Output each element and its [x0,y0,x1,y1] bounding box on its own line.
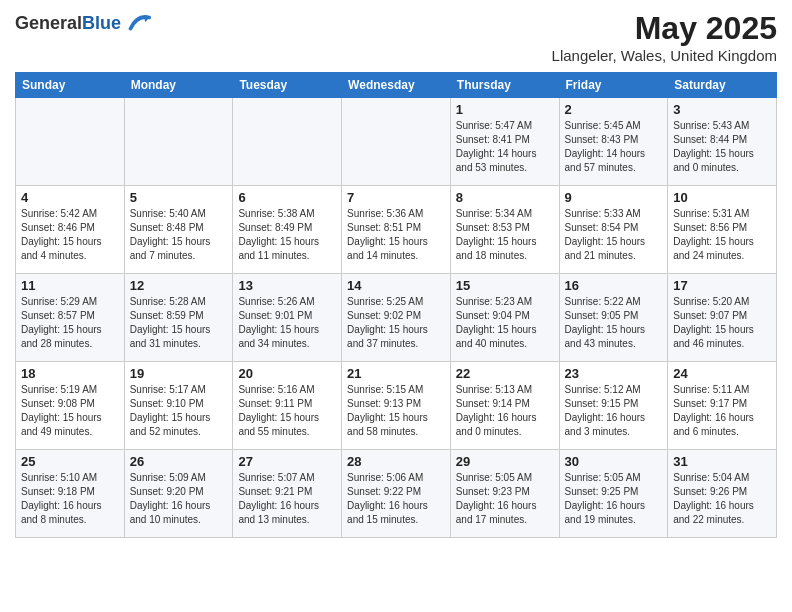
table-row [233,98,342,186]
calendar-week-3: 11Sunrise: 5:29 AM Sunset: 8:57 PM Dayli… [16,274,777,362]
calendar-header-row: Sunday Monday Tuesday Wednesday Thursday… [16,73,777,98]
table-row: 16Sunrise: 5:22 AM Sunset: 9:05 PM Dayli… [559,274,668,362]
table-row: 30Sunrise: 5:05 AM Sunset: 9:25 PM Dayli… [559,450,668,538]
table-row: 23Sunrise: 5:12 AM Sunset: 9:15 PM Dayli… [559,362,668,450]
table-row: 20Sunrise: 5:16 AM Sunset: 9:11 PM Dayli… [233,362,342,450]
day-number: 11 [21,278,119,293]
table-row: 2Sunrise: 5:45 AM Sunset: 8:43 PM Daylig… [559,98,668,186]
table-row: 8Sunrise: 5:34 AM Sunset: 8:53 PM Daylig… [450,186,559,274]
day-number: 26 [130,454,228,469]
table-row: 18Sunrise: 5:19 AM Sunset: 9:08 PM Dayli… [16,362,125,450]
col-sunday: Sunday [16,73,125,98]
calendar: Sunday Monday Tuesday Wednesday Thursday… [15,72,777,538]
day-info: Sunrise: 5:09 AM Sunset: 9:20 PM Dayligh… [130,471,228,527]
table-row: 29Sunrise: 5:05 AM Sunset: 9:23 PM Dayli… [450,450,559,538]
table-row: 1Sunrise: 5:47 AM Sunset: 8:41 PM Daylig… [450,98,559,186]
calendar-week-5: 25Sunrise: 5:10 AM Sunset: 9:18 PM Dayli… [16,450,777,538]
day-info: Sunrise: 5:20 AM Sunset: 9:07 PM Dayligh… [673,295,771,351]
col-tuesday: Tuesday [233,73,342,98]
table-row: 22Sunrise: 5:13 AM Sunset: 9:14 PM Dayli… [450,362,559,450]
day-info: Sunrise: 5:22 AM Sunset: 9:05 PM Dayligh… [565,295,663,351]
calendar-week-2: 4Sunrise: 5:42 AM Sunset: 8:46 PM Daylig… [16,186,777,274]
title-block: May 2025 Llangeler, Wales, United Kingdo… [552,10,777,64]
day-number: 9 [565,190,663,205]
table-row [342,98,451,186]
day-number: 1 [456,102,554,117]
col-saturday: Saturday [668,73,777,98]
table-row: 7Sunrise: 5:36 AM Sunset: 8:51 PM Daylig… [342,186,451,274]
table-row: 25Sunrise: 5:10 AM Sunset: 9:18 PM Dayli… [16,450,125,538]
table-row: 6Sunrise: 5:38 AM Sunset: 8:49 PM Daylig… [233,186,342,274]
day-info: Sunrise: 5:29 AM Sunset: 8:57 PM Dayligh… [21,295,119,351]
day-number: 18 [21,366,119,381]
day-number: 16 [565,278,663,293]
day-info: Sunrise: 5:40 AM Sunset: 8:48 PM Dayligh… [130,207,228,263]
day-info: Sunrise: 5:11 AM Sunset: 9:17 PM Dayligh… [673,383,771,439]
day-info: Sunrise: 5:45 AM Sunset: 8:43 PM Dayligh… [565,119,663,175]
table-row: 5Sunrise: 5:40 AM Sunset: 8:48 PM Daylig… [124,186,233,274]
day-number: 13 [238,278,336,293]
day-number: 6 [238,190,336,205]
day-info: Sunrise: 5:26 AM Sunset: 9:01 PM Dayligh… [238,295,336,351]
table-row: 15Sunrise: 5:23 AM Sunset: 9:04 PM Dayli… [450,274,559,362]
day-number: 5 [130,190,228,205]
day-info: Sunrise: 5:17 AM Sunset: 9:10 PM Dayligh… [130,383,228,439]
day-number: 27 [238,454,336,469]
table-row: 4Sunrise: 5:42 AM Sunset: 8:46 PM Daylig… [16,186,125,274]
table-row: 26Sunrise: 5:09 AM Sunset: 9:20 PM Dayli… [124,450,233,538]
day-info: Sunrise: 5:06 AM Sunset: 9:22 PM Dayligh… [347,471,445,527]
table-row: 21Sunrise: 5:15 AM Sunset: 9:13 PM Dayli… [342,362,451,450]
day-number: 21 [347,366,445,381]
logo: GeneralBlue [15,10,151,38]
day-info: Sunrise: 5:43 AM Sunset: 8:44 PM Dayligh… [673,119,771,175]
day-info: Sunrise: 5:05 AM Sunset: 9:23 PM Dayligh… [456,471,554,527]
day-number: 12 [130,278,228,293]
day-info: Sunrise: 5:28 AM Sunset: 8:59 PM Dayligh… [130,295,228,351]
logo-icon [123,10,151,38]
day-info: Sunrise: 5:31 AM Sunset: 8:56 PM Dayligh… [673,207,771,263]
day-number: 14 [347,278,445,293]
day-info: Sunrise: 5:33 AM Sunset: 8:54 PM Dayligh… [565,207,663,263]
col-thursday: Thursday [450,73,559,98]
day-number: 2 [565,102,663,117]
day-number: 25 [21,454,119,469]
table-row: 27Sunrise: 5:07 AM Sunset: 9:21 PM Dayli… [233,450,342,538]
table-row: 13Sunrise: 5:26 AM Sunset: 9:01 PM Dayli… [233,274,342,362]
logo-blue: Blue [82,13,121,33]
day-info: Sunrise: 5:19 AM Sunset: 9:08 PM Dayligh… [21,383,119,439]
logo-general: General [15,13,82,33]
day-info: Sunrise: 5:36 AM Sunset: 8:51 PM Dayligh… [347,207,445,263]
table-row: 11Sunrise: 5:29 AM Sunset: 8:57 PM Dayli… [16,274,125,362]
table-row: 10Sunrise: 5:31 AM Sunset: 8:56 PM Dayli… [668,186,777,274]
day-info: Sunrise: 5:47 AM Sunset: 8:41 PM Dayligh… [456,119,554,175]
day-info: Sunrise: 5:12 AM Sunset: 9:15 PM Dayligh… [565,383,663,439]
page-container: GeneralBlue May 2025 Llangeler, Wales, U… [0,0,792,553]
day-number: 3 [673,102,771,117]
header: GeneralBlue May 2025 Llangeler, Wales, U… [15,10,777,64]
day-number: 31 [673,454,771,469]
day-info: Sunrise: 5:25 AM Sunset: 9:02 PM Dayligh… [347,295,445,351]
day-number: 10 [673,190,771,205]
day-info: Sunrise: 5:34 AM Sunset: 8:53 PM Dayligh… [456,207,554,263]
col-wednesday: Wednesday [342,73,451,98]
calendar-week-4: 18Sunrise: 5:19 AM Sunset: 9:08 PM Dayli… [16,362,777,450]
col-monday: Monday [124,73,233,98]
day-info: Sunrise: 5:15 AM Sunset: 9:13 PM Dayligh… [347,383,445,439]
table-row: 17Sunrise: 5:20 AM Sunset: 9:07 PM Dayli… [668,274,777,362]
day-number: 19 [130,366,228,381]
day-number: 28 [347,454,445,469]
day-info: Sunrise: 5:42 AM Sunset: 8:46 PM Dayligh… [21,207,119,263]
day-number: 8 [456,190,554,205]
table-row: 28Sunrise: 5:06 AM Sunset: 9:22 PM Dayli… [342,450,451,538]
day-number: 15 [456,278,554,293]
col-friday: Friday [559,73,668,98]
table-row [124,98,233,186]
day-number: 17 [673,278,771,293]
month-title: May 2025 [552,10,777,47]
day-info: Sunrise: 5:13 AM Sunset: 9:14 PM Dayligh… [456,383,554,439]
table-row: 9Sunrise: 5:33 AM Sunset: 8:54 PM Daylig… [559,186,668,274]
day-number: 4 [21,190,119,205]
day-info: Sunrise: 5:16 AM Sunset: 9:11 PM Dayligh… [238,383,336,439]
day-info: Sunrise: 5:23 AM Sunset: 9:04 PM Dayligh… [456,295,554,351]
table-row: 31Sunrise: 5:04 AM Sunset: 9:26 PM Dayli… [668,450,777,538]
